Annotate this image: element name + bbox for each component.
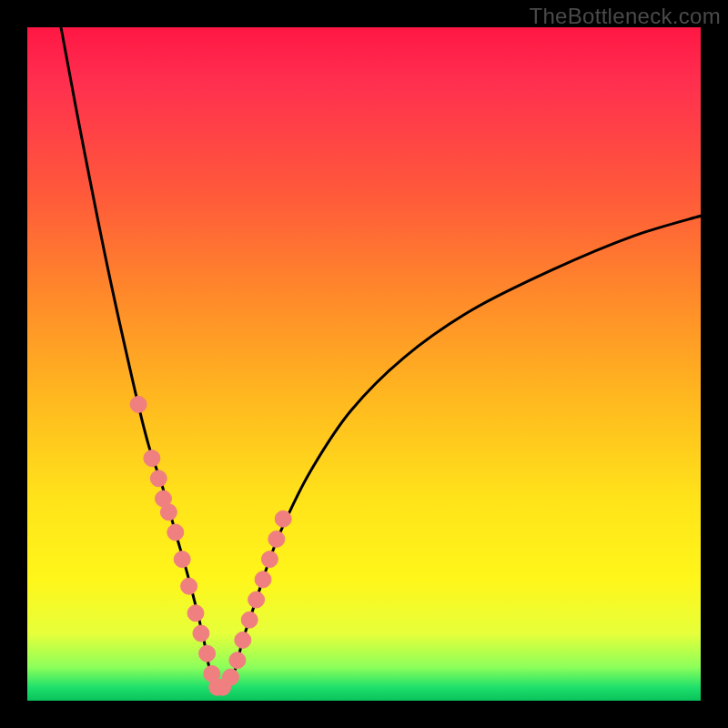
sample-marker [144,450,160,467]
bottleneck-curve [61,27,701,689]
sample-marker [248,592,265,608]
watermark-text: TheBottleneck.com [529,4,721,29]
sample-marker [235,632,251,648]
sample-marker [199,645,216,662]
sample-marker [187,605,204,622]
sample-marker [222,669,238,685]
chart-frame: TheBottleneck.com [0,0,728,728]
sample-marker [229,652,246,669]
sample-markers [130,396,291,695]
plot-area [27,27,701,701]
sample-marker [275,511,291,527]
sample-marker [261,551,278,568]
sample-marker [150,470,167,487]
sample-marker [241,612,258,628]
sample-marker [255,571,271,588]
sample-marker [130,396,147,412]
sample-marker [167,524,184,541]
curve-overlay [27,27,701,701]
sample-marker [160,504,177,521]
sample-marker [181,578,197,594]
sample-marker [268,531,285,547]
sample-marker [174,551,190,568]
sample-marker [193,625,209,642]
